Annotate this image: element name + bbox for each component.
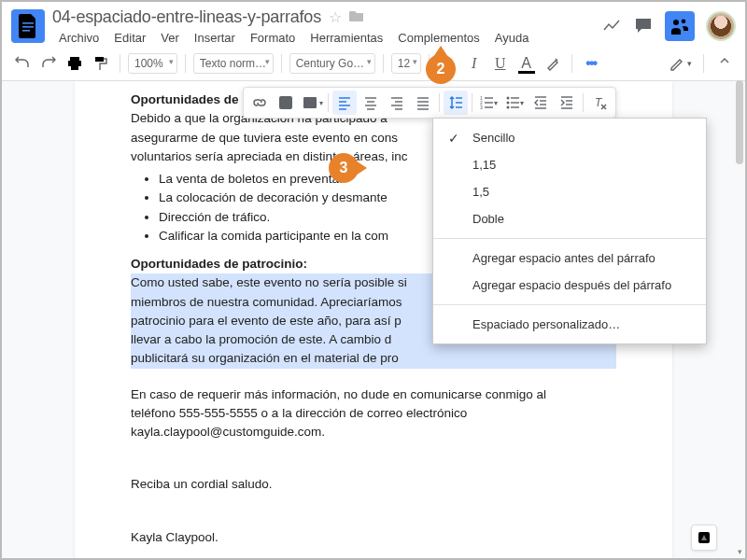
menu-bar: Archivo Editar Ver Insertar Formato Herr… [52,29,601,47]
svg-rect-2 [22,30,30,32]
share-button[interactable] [665,11,695,41]
svg-rect-3 [70,57,79,61]
svg-point-37 [507,97,510,100]
svg-rect-0 [22,22,34,24]
increase-indent-button[interactable] [555,91,579,115]
menu-herramientas[interactable]: Herramientas [303,29,389,47]
spacing-option-doble[interactable]: Doble [433,205,706,232]
scrollbar-thumb[interactable] [736,80,743,164]
svg-rect-5 [71,64,78,70]
add-space-after[interactable]: Agregar espacio después del párrafo [433,272,706,299]
menu-editar[interactable]: Editar [107,29,152,47]
insert-link-button[interactable] [247,91,272,115]
docs-logo[interactable] [11,9,45,43]
floating-format-toolbar: ▾ 123▾ ▾ T [243,87,616,119]
font-select[interactable]: Century Go… [289,53,375,74]
align-right-button[interactable] [385,91,409,115]
paragraph-text: kayla.claypool@customguide.com. [131,423,616,441]
callout-step-3: 3 [329,153,359,183]
explore-button[interactable] [691,525,717,551]
redo-button[interactable] [37,52,60,75]
print-button[interactable] [63,52,86,75]
menu-formato[interactable]: Formato [244,29,302,47]
numbered-list-button[interactable]: 123▾ [476,91,500,115]
bulleted-list-button[interactable]: ▾ [502,91,527,115]
vertical-scrollbar[interactable]: ▴ ▾ [734,80,745,558]
spacing-option-sencillo[interactable]: Sencillo [433,124,706,151]
expand-toolbar-button[interactable] [713,52,736,75]
align-left-button[interactable] [332,91,357,115]
paragraph-text: En caso de requerir más información, no … [131,385,616,404]
paint-format-button[interactable] [90,52,112,75]
comments-icon[interactable] [633,16,654,36]
underline-button[interactable]: U [489,52,512,75]
zoom-select[interactable]: 100% [128,53,177,74]
svg-point-38 [507,102,510,105]
more-toolbar-button[interactable]: ••• [580,52,602,75]
document-title[interactable]: 04-espaciado-entre-lineas-y-parrafos [52,7,321,27]
add-space-before[interactable]: Agregar espacio antes del párrafo [433,245,706,272]
account-avatar[interactable] [706,11,736,41]
selected-text: publicitará su organización en el materi… [131,349,616,368]
undo-button[interactable] [11,52,34,75]
folder-icon[interactable] [349,9,364,25]
decrease-indent-button[interactable] [529,91,553,115]
svg-rect-6 [95,57,104,62]
line-spacing-dropdown: Sencillo 1,15 1,5 Doble Agregar espacio … [432,118,707,344]
svg-point-39 [507,106,510,109]
svg-text:3: 3 [480,105,483,110]
spacing-option-15[interactable]: 1,5 [433,178,706,205]
scroll-down-icon[interactable]: ▾ [734,547,745,558]
menu-complementos[interactable]: Complementos [391,29,486,47]
menu-ayuda[interactable]: Ayuda [488,29,536,47]
paragraph-style-select[interactable]: Texto norm… [193,53,274,74]
svg-text:T: T [595,96,603,109]
highlight-button[interactable] [542,52,564,75]
insert-image-button[interactable]: ▾ [300,91,324,115]
menu-archivo[interactable]: Archivo [52,29,106,47]
menu-ver[interactable]: Ver [154,29,186,47]
paragraph-text: Kayla Claypool. [131,528,616,547]
custom-spacing[interactable]: Espaciado personalizado… [433,311,706,338]
add-comment-button[interactable] [274,91,298,115]
callout-step-2: 2 [426,54,456,84]
align-justify-button[interactable] [411,91,435,115]
font-size-select[interactable]: 12 [391,53,421,74]
line-spacing-button[interactable] [444,91,468,115]
align-center-button[interactable] [359,91,383,115]
svg-rect-1 [22,26,34,28]
spacing-option-115[interactable]: 1,15 [433,151,706,178]
paragraph-text: teléfono 555-555-5555 o a la dirección d… [131,404,616,423]
text-color-button[interactable]: A [515,52,538,75]
paragraph-text: Reciba un cordial saludo. [131,475,616,494]
clear-formatting-button[interactable]: T [587,91,612,115]
main-toolbar: 100% Texto norm… Century Go… 12 B I U A … [0,47,747,81]
activity-icon[interactable] [601,16,622,36]
italic-button[interactable]: I [463,52,486,75]
menu-insertar[interactable]: Insertar [188,29,242,47]
star-icon[interactable]: ☆ [329,8,342,26]
editing-mode-button[interactable]: ▾ [667,52,694,75]
